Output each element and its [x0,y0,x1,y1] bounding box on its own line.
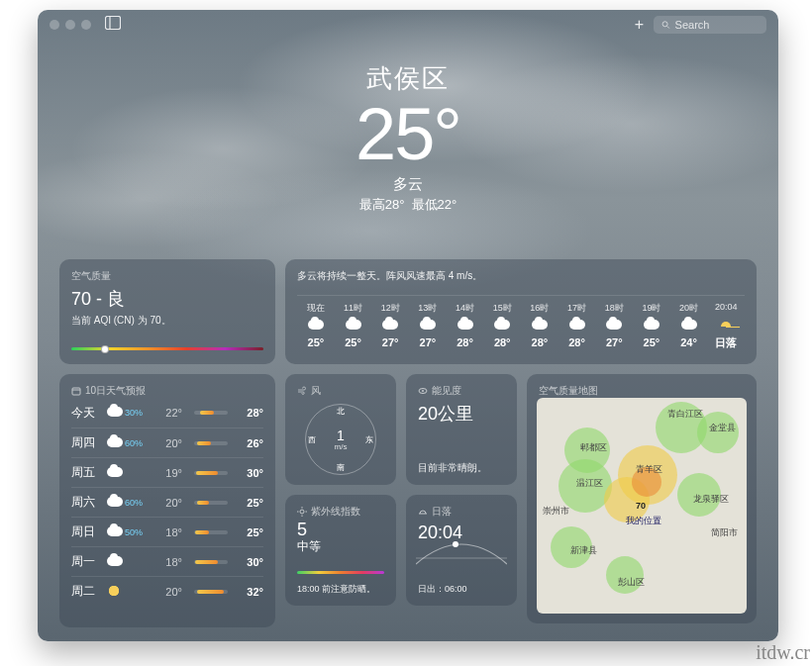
cloud-icon [494,320,510,330]
aq-map-title: 空气质量地图 [539,384,745,398]
titlebar: + [38,10,778,40]
svg-line-3 [667,26,669,28]
sun-icon [297,507,307,517]
aqi-card[interactable]: 空气质量 70 - 良 当前 AQI (CN) 为 70。 [59,259,275,364]
cloud-icon [107,437,123,447]
hour-cell: 17时28° [558,302,596,350]
cloud-icon [606,320,622,330]
uv-title: 紫外线指数 [297,505,384,519]
map-label: 简阳市 [711,526,738,539]
cloud-icon [107,467,123,477]
calendar-icon [71,386,81,396]
hour-cell: 20:04日落 [707,302,745,350]
cloud-icon [107,556,123,566]
close-dot[interactable] [50,20,59,30]
uv-level: 中等 [297,538,384,555]
aq-map-card[interactable]: 空气质量地图 70 我的位置 青白江区金堂县郫都区温江区青羊区崇州市龙泉驿区新津… [527,374,757,623]
zoom-dot[interactable] [81,20,91,30]
eye-icon [418,386,428,396]
traffic-lights[interactable] [50,20,91,30]
sunset-card[interactable]: 日落 20:04 日出：06:00 [406,495,517,606]
hour-cell: 15时28° [483,302,521,350]
uv-value: 5 [297,521,384,538]
day-row[interactable]: 周日50%18°25° [71,517,263,546]
cloud-icon [420,320,436,330]
svg-point-2 [662,22,667,27]
hourly-card[interactable]: 多云将持续一整天。阵风风速最高 4 m/s。 现在25°11时25°12时27°… [285,259,757,364]
day-row[interactable]: 今天30%22°28° [71,398,263,428]
sunrise-line: 日出：06:00 [418,583,467,596]
add-location-button[interactable]: + [635,17,644,33]
hourly-row: 现在25°11时25°12时27°13时27°14时28°15时28°16时28… [297,295,745,350]
cloud-icon [346,320,361,330]
cloud-icon [681,320,697,330]
current-condition: 多云 [38,175,778,194]
map-label: 龙泉驿区 [693,493,729,506]
cloud-icon [532,320,548,330]
map-canvas[interactable]: 70 我的位置 青白江区金堂县郫都区温江区青羊区崇州市龙泉驿区新津县简阳市彭山区 [537,398,747,614]
ten-day-title: 10日天气预报 [71,384,263,398]
uv-scale [297,571,384,574]
day-row[interactable]: 周四60%20°26° [71,428,263,457]
hourly-summary: 多云将持续一整天。阵风风速最高 4 m/s。 [297,269,745,283]
visibility-card[interactable]: 能见度 20公里 目前非常晴朗。 [406,374,517,485]
aqi-title: 空气质量 [71,269,263,283]
wind-title: 风 [297,384,384,398]
minimize-dot[interactable] [65,20,75,30]
hour-cell: 18时27° [595,302,633,350]
hi-lo: 最高28° 最低22° [38,196,778,214]
wind-speed: 1 [306,428,375,442]
hour-cell: 16时28° [521,302,558,350]
uv-desc: 18:00 前注意防晒。 [297,583,375,596]
sun-path [416,538,507,570]
watermark: itdw.cr [756,641,810,664]
sidebar-toggle-icon[interactable] [105,16,121,34]
svg-point-7 [422,390,424,392]
sunset-title: 日落 [418,505,505,519]
map-label: 崇州市 [543,505,569,518]
map-label: 温江区 [576,477,603,490]
hour-cell: 12时27° [371,302,409,350]
day-row[interactable]: 周一18°30° [71,546,263,576]
ten-day-card[interactable]: 10日天气预报 今天30%22°28°周四60%20°26°周五19°30°周六… [59,374,275,627]
aq-map-center-value: 70 [636,501,646,511]
map-label: 郫都区 [580,441,607,454]
day-row[interactable]: 周六60%20°25° [71,487,263,517]
map-label: 金堂县 [709,422,736,434]
aq-map-you-label: 我的位置 [626,515,661,527]
cloud-icon [308,320,324,330]
hour-cell: 14时28° [447,302,484,350]
hour-cell: 11时25° [335,302,372,350]
weather-window: + 武侯区 25° 多云 最高28° 最低22° 空气质量 70 - 良 当前 … [38,10,778,641]
sunset-icon [418,507,428,517]
map-label: 青白江区 [667,408,703,421]
cloud-icon [107,526,123,536]
cloud-icon [382,320,398,330]
map-label: 彭山区 [618,576,645,589]
map-label: 青羊区 [636,463,662,476]
hour-cell: 现在25° [297,302,335,350]
search-field[interactable] [654,16,766,34]
aqi-value: 70 - 良 [71,287,263,311]
sunset-icon [719,317,733,329]
current-conditions: 武侯区 25° 多云 最高28° 最低22° [38,61,778,214]
visibility-value: 20公里 [418,402,505,426]
wind-card[interactable]: 风 北南 西东 1m/s [285,374,396,485]
visibility-desc: 目前非常晴朗。 [418,461,487,475]
uv-card[interactable]: 紫外线指数 5 中等 18:00 前注意防晒。 [285,495,396,606]
search-input[interactable] [675,19,759,31]
sun-icon [107,584,121,598]
day-row[interactable]: 周二20°32° [71,576,263,606]
hour-cell: 13时27° [409,302,447,350]
day-row[interactable]: 周五19°30° [71,457,263,487]
svg-rect-4 [72,388,80,395]
current-temp: 25° [38,98,778,171]
cloud-icon [457,320,473,330]
cloud-icon [569,320,585,330]
svg-point-15 [453,541,458,547]
visibility-title: 能见度 [418,384,505,398]
cloud-icon [107,407,123,417]
cloud-icon [107,497,123,507]
compass: 北南 西东 1m/s [305,404,376,475]
svg-rect-0 [106,17,121,30]
